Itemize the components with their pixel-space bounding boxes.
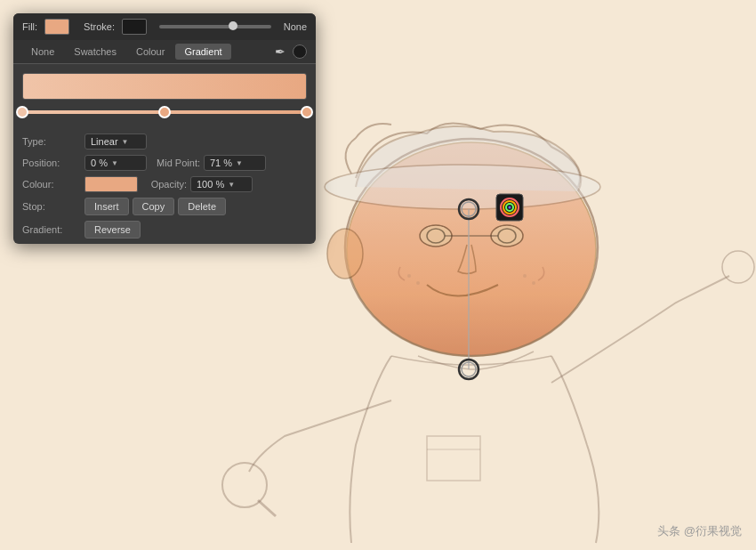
midpoint-dropdown-arrow: ▼	[236, 159, 243, 167]
svg-point-28	[509, 206, 511, 209]
stroke-slider-thumb	[229, 21, 237, 30]
watermark: 头条 @衍果视觉	[657, 523, 742, 539]
insert-button[interactable]: Insert	[84, 198, 129, 215]
tab-none[interactable]: None	[22, 44, 63, 60]
fill-swatch[interactable]	[44, 19, 69, 35]
gradient-handle-mid[interactable]	[158, 106, 171, 118]
opacity-dropdown-arrow: ▼	[228, 181, 235, 189]
svg-point-17	[523, 274, 527, 278]
gradient-track-line	[22, 110, 307, 114]
svg-point-9	[327, 229, 363, 279]
midpoint-label: Mid Point:	[147, 158, 200, 168]
eyedropper-icon[interactable]: ✒	[273, 44, 287, 59]
delete-button[interactable]: Delete	[178, 198, 226, 215]
gradient-handle-right[interactable]	[301, 106, 313, 118]
panel-controls: Type: Linear ▼ Position: 0 % ▼ Mid Point…	[13, 128, 316, 244]
stroke-swatch[interactable]	[122, 19, 147, 35]
svg-point-21	[462, 202, 476, 216]
colour-swatch[interactable]	[84, 176, 138, 192]
stop-row: Stop: Insert Copy Delete	[22, 198, 307, 215]
type-dropdown[interactable]: Linear ▼	[84, 133, 147, 150]
type-label: Type:	[22, 136, 84, 147]
stop-label: Stop:	[22, 201, 84, 212]
tabs-row: None Swatches Colour Gradient ✒	[13, 40, 316, 64]
gradient-reverse-row: Gradient: Reverse	[22, 221, 307, 239]
svg-point-15	[407, 274, 411, 278]
colour-opacity-row: Colour: Opacity: 100 % ▼	[22, 176, 307, 192]
gradient-label: Gradient:	[22, 224, 84, 235]
gradient-handle-left[interactable]	[16, 106, 28, 118]
type-row: Type: Linear ▼	[22, 133, 307, 150]
position-label: Position:	[22, 158, 84, 168]
gradient-preview-section	[13, 64, 316, 128]
gradient-slider-track[interactable]	[22, 105, 307, 119]
gradient-preview-bar	[22, 73, 307, 100]
stroke-label: Stroke:	[84, 21, 115, 32]
reverse-button[interactable]: Reverse	[84, 221, 141, 239]
none-label: None	[284, 21, 307, 32]
stop-btn-group: Insert Copy Delete	[84, 198, 226, 215]
svg-point-18	[532, 281, 535, 285]
color-swatch-circle[interactable]	[293, 44, 307, 59]
position-midpoint-row: Position: 0 % ▼ Mid Point: 71 % ▼	[22, 155, 307, 171]
opacity-label: Opacity:	[138, 179, 187, 190]
tab-colour[interactable]: Colour	[127, 44, 173, 60]
svg-point-23	[462, 362, 476, 376]
position-value[interactable]: 0 % ▼	[84, 155, 147, 171]
opacity-value[interactable]: 100 % ▼	[190, 176, 253, 192]
gradient-panel: Fill: Stroke: None None Swatches Colour …	[13, 13, 316, 244]
fill-label: Fill:	[22, 21, 37, 32]
copy-button[interactable]: Copy	[133, 198, 175, 215]
toolbar-row: Fill: Stroke: None	[13, 13, 316, 40]
stroke-width-slider[interactable]	[159, 25, 271, 28]
type-dropdown-arrow: ▼	[122, 138, 129, 146]
tab-swatches[interactable]: Swatches	[65, 44, 125, 60]
svg-point-16	[416, 281, 420, 285]
position-dropdown-arrow: ▼	[111, 159, 118, 167]
midpoint-value[interactable]: 71 % ▼	[204, 155, 266, 171]
tab-gradient[interactable]: Gradient	[175, 44, 230, 60]
colour-label: Colour:	[22, 179, 84, 190]
